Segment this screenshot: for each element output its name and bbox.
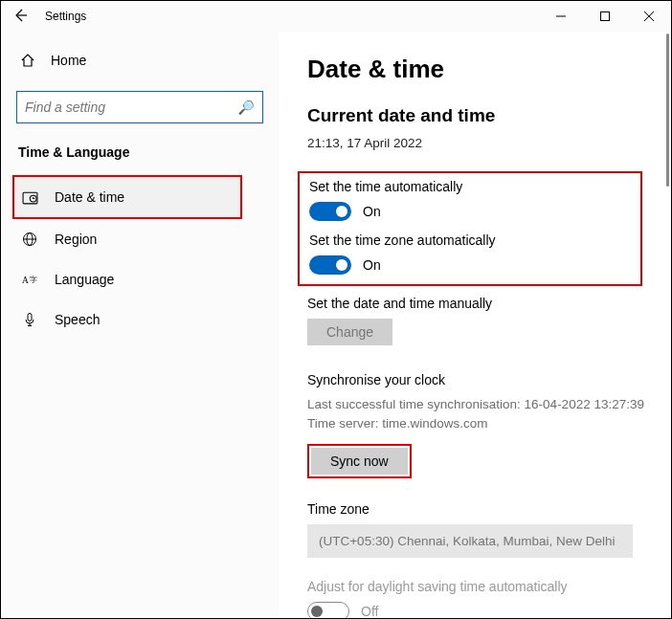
dst-label: Adjust for daylight saving time automati… [307, 579, 661, 594]
change-button: Change [307, 319, 392, 345]
search-icon: 🔍 [238, 99, 255, 115]
nav-item-label: Date & time [55, 189, 124, 205]
titlebar: Settings [1, 1, 671, 32]
timezone-select: (UTC+05:30) Chennai, Kolkata, Mumbai, Ne… [307, 524, 633, 558]
nav-home[interactable]: Home [1, 41, 279, 79]
timezone-heading: Time zone [307, 501, 661, 517]
globe-icon [22, 232, 39, 247]
minimize-button[interactable] [539, 1, 583, 32]
nav-item-label: Language [55, 272, 114, 287]
sync-now-button[interactable]: Sync now [311, 448, 408, 475]
back-button[interactable] [1, 1, 39, 32]
set-tz-auto-label: Set the time zone automatically [309, 232, 631, 248]
set-time-auto-state: On [363, 204, 381, 219]
nav-item-label: Region [55, 232, 97, 247]
search-box[interactable]: 🔍 [16, 91, 263, 123]
nav-speech[interactable]: Speech [1, 299, 279, 340]
manual-set-label: Set the date and time manually [307, 296, 661, 311]
set-tz-auto-state: On [363, 257, 381, 273]
nav-region[interactable]: Region [1, 219, 279, 259]
svg-text:A: A [22, 276, 29, 285]
sync-server-line: Time server: time.windows.com [307, 414, 661, 433]
arrow-left-icon [12, 8, 28, 26]
nav-language[interactable]: A字 Language [1, 259, 279, 299]
microphone-icon [22, 312, 39, 327]
page-title: Date & time [307, 55, 661, 84]
content-pane: Date & time Current date and time 21:13,… [279, 32, 671, 618]
dst-toggle [307, 602, 349, 619]
set-time-auto-label: Set the time automatically [309, 179, 631, 194]
sidebar: Home 🔍 Time & Language Date & time Reg [1, 32, 279, 618]
language-icon: A字 [22, 272, 39, 287]
home-icon [20, 53, 35, 68]
current-datetime-value: 21:13, 17 April 2022 [307, 136, 661, 150]
close-button[interactable] [627, 1, 671, 32]
set-time-auto-toggle[interactable] [309, 202, 351, 221]
search-input[interactable] [25, 99, 238, 115]
svg-text:字: 字 [30, 276, 37, 284]
nav-item-label: Speech [55, 312, 100, 327]
sidebar-section-header: Time & Language [1, 123, 279, 169]
sync-last-line: Last successful time synchronisation: 16… [307, 395, 661, 414]
clock-icon [22, 189, 39, 206]
svg-rect-11 [28, 314, 32, 321]
set-tz-auto-toggle[interactable] [309, 255, 351, 275]
nav-date-time[interactable]: Date & time [14, 177, 240, 217]
window-title: Settings [45, 10, 86, 23]
scrollbar[interactable] [666, 33, 669, 187]
highlight-annotation: Sync now [307, 444, 412, 478]
nav-home-label: Home [51, 53, 86, 68]
highlight-annotation: Date & time [12, 175, 242, 219]
sync-heading: Synchronise your clock [307, 372, 661, 387]
highlight-annotation: Set the time automatically On Set the ti… [298, 171, 642, 286]
maximize-button[interactable] [583, 1, 627, 32]
current-datetime-heading: Current date and time [307, 105, 661, 126]
dst-state: Off [361, 604, 378, 619]
svg-rect-1 [601, 12, 610, 21]
